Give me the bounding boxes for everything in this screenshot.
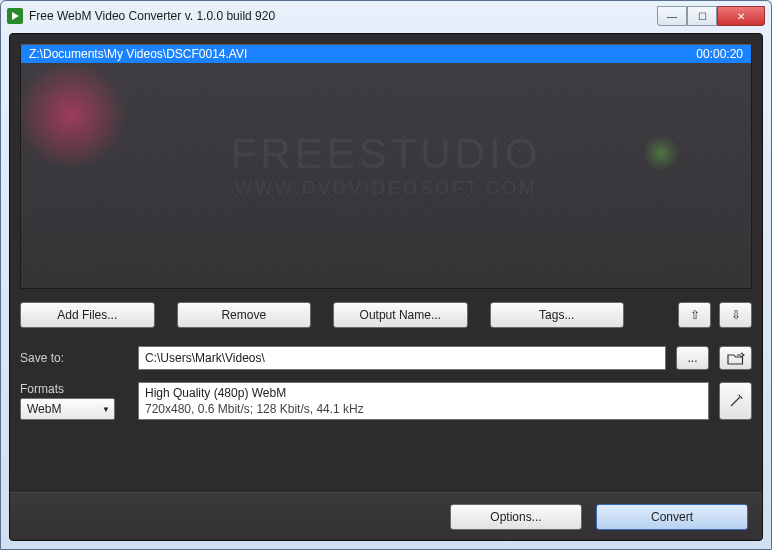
move-up-button[interactable]: ⇧ (678, 302, 711, 328)
convert-button[interactable]: Convert (596, 504, 748, 530)
preset-name: High Quality (480p) WebM (145, 386, 702, 402)
preset-detail: 720x480, 0.6 Mbit/s; 128 Kbit/s, 44.1 kH… (145, 402, 702, 418)
formats-combo[interactable]: WebM ▼ (20, 398, 115, 420)
formats-label: Formats (20, 382, 128, 396)
file-path: Z:\Documents\My Videos\DSCF0014.AVI (29, 47, 696, 61)
options-button[interactable]: Options... (450, 504, 582, 530)
maximize-button[interactable]: ☐ (687, 6, 717, 26)
browse-button[interactable]: ... (676, 346, 709, 370)
file-list[interactable]: Z:\Documents\My Videos\DSCF0014.AVI 00:0… (20, 44, 752, 289)
file-duration: 00:00:20 (696, 47, 743, 61)
remove-button[interactable]: Remove (177, 302, 312, 328)
open-folder-button[interactable] (719, 346, 752, 370)
file-toolbar: Add Files... Remove Output Name... Tags.… (20, 302, 752, 328)
output-name-button[interactable]: Output Name... (333, 302, 468, 328)
add-files-button[interactable]: Add Files... (20, 302, 155, 328)
app-icon (7, 8, 23, 24)
titlebar[interactable]: Free WebM Video Converter v. 1.0.0 build… (1, 1, 771, 31)
chevron-down-icon: ▼ (102, 405, 110, 414)
close-button[interactable]: ✕ (717, 6, 765, 26)
brand-watermark: FREESTUDIO WWW.DVDVIDEOSOFT.COM (21, 130, 751, 199)
tags-button[interactable]: Tags... (490, 302, 625, 328)
save-path-input[interactable]: C:\Users\Mark\Videos\ (138, 346, 666, 370)
svg-point-0 (739, 396, 740, 397)
save-to-label: Save to: (20, 351, 128, 365)
client-area: Z:\Documents\My Videos\DSCF0014.AVI 00:0… (9, 33, 763, 541)
wand-icon (728, 393, 744, 409)
arrow-up-icon: ⇧ (690, 308, 700, 322)
file-row[interactable]: Z:\Documents\My Videos\DSCF0014.AVI 00:0… (21, 45, 751, 63)
save-row: Save to: C:\Users\Mark\Videos\ ... (20, 346, 752, 370)
footer-bar: Options... Convert (10, 492, 762, 540)
arrow-down-icon: ⇩ (731, 308, 741, 322)
svg-point-1 (737, 395, 738, 396)
window-title: Free WebM Video Converter v. 1.0.0 build… (29, 9, 657, 23)
move-down-button[interactable]: ⇩ (719, 302, 752, 328)
app-window: Free WebM Video Converter v. 1.0.0 build… (0, 0, 772, 550)
preset-wizard-button[interactable] (719, 382, 752, 420)
preset-display[interactable]: High Quality (480p) WebM 720x480, 0.6 Mb… (138, 382, 709, 420)
minimize-button[interactable]: — (657, 6, 687, 26)
svg-point-2 (741, 398, 742, 399)
open-folder-icon (727, 351, 745, 365)
formats-row: Formats WebM ▼ High Quality (480p) WebM … (20, 382, 752, 420)
